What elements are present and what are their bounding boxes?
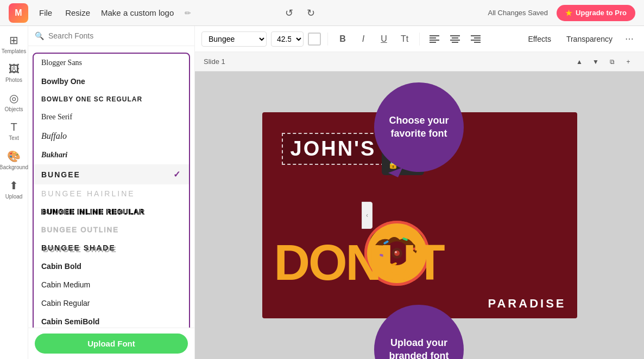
underline-button[interactable]: U: [376, 31, 392, 47]
lock-button[interactable]: 🔒: [384, 155, 402, 173]
panel-collapse-button[interactable]: ‹: [362, 202, 372, 229]
list-item[interactable]: Cabin SemiBold: [34, 312, 189, 328]
selected-checkmark: ✓: [173, 169, 181, 180]
element-action-buttons: ⧉ 🔒 🗑: [382, 133, 424, 175]
align-center-button[interactable]: [447, 31, 463, 47]
background-icon: 🎨: [7, 150, 21, 163]
johns-text-element[interactable]: JOHN'S: [282, 133, 385, 165]
canvas-area: Slide 1 ▲ ▼ ⧉ + Choose your favorite fon…: [195, 52, 644, 359]
johns-text: JOHN'S: [291, 137, 376, 160]
star-icon: ★: [565, 9, 572, 17]
text-case-button[interactable]: Tt: [396, 31, 413, 47]
slide-label: Slide 1: [204, 57, 225, 66]
svg-rect-8: [471, 35, 481, 36]
canvas-viewport: Choose your favorite font Upload your br…: [195, 72, 644, 359]
list-item[interactable]: Buffalo: [34, 126, 189, 146]
svg-rect-0: [430, 35, 439, 36]
svg-rect-5: [452, 37, 458, 39]
text-icon: T: [10, 121, 17, 133]
svg-rect-4: [450, 35, 460, 36]
sidebar-item-templates[interactable]: ⊞ Templates: [2, 30, 26, 57]
divider: [327, 33, 328, 46]
svg-rect-13: [389, 144, 397, 146]
slide-copy-button[interactable]: ⧉: [605, 55, 619, 69]
list-item[interactable]: Bukhari: [34, 146, 189, 164]
upgrade-button[interactable]: ★ Upgrade to Pro: [557, 5, 635, 21]
list-item[interactable]: Bowlby One: [34, 72, 189, 91]
layers-button[interactable]: [384, 135, 402, 153]
list-item[interactable]: BUNGEE ✓: [34, 164, 189, 184]
icon-bar: ⊞ Templates 🖼 Photos ◎ Objects T Text 🎨 …: [0, 26, 28, 359]
search-input[interactable]: [48, 31, 188, 40]
align-left-icon: [430, 35, 439, 43]
font-size-select[interactable]: 42.5: [271, 31, 304, 47]
resize-menu[interactable]: Resize: [65, 8, 90, 17]
list-item[interactable]: BOWLBY ONE SC REGULAR: [34, 91, 189, 108]
objects-icon: ◎: [9, 92, 18, 105]
sidebar-item-photos[interactable]: 🖼 Photos: [2, 60, 26, 86]
upload-icon: ⬆: [9, 179, 18, 192]
list-item[interactable]: BUNGEE INLINE REGULAR: [34, 203, 189, 221]
list-item[interactable]: Cabin Medium: [34, 275, 189, 294]
align-center-icon: [450, 35, 460, 43]
canvas-header: Slide 1 ▲ ▼ ⧉ +: [195, 52, 644, 72]
align-right-icon: [471, 35, 481, 43]
list-item[interactable]: BUNGEE SHADE: [34, 239, 189, 257]
undo-button[interactable]: ↺: [281, 5, 296, 21]
saved-status: All Changes Saved: [488, 9, 548, 17]
list-item[interactable]: Cabin Regular: [34, 294, 189, 312]
list-item[interactable]: Bree Serif: [34, 108, 189, 126]
list-item[interactable]: Cabin Bold: [34, 257, 189, 275]
effects-button[interactable]: Effects: [521, 33, 558, 46]
list-item[interactable]: BUNGEE OUTLINE: [34, 221, 189, 239]
font-panel: 🔍 Blogger Sans Bowlby One BOWLBY ONE SC …: [28, 26, 195, 359]
templates-icon: ⊞: [9, 34, 18, 47]
svg-rect-9: [474, 37, 481, 39]
align-left-button[interactable]: [426, 31, 443, 47]
topbar-center: ↺ ↻: [281, 5, 318, 21]
list-item[interactable]: Blogger Sans: [34, 54, 189, 72]
sidebar-item-background[interactable]: 🎨 Background: [2, 146, 26, 174]
slide-up-button[interactable]: ▲: [572, 55, 586, 69]
slide-add-button[interactable]: +: [621, 55, 635, 69]
align-right-button[interactable]: [468, 31, 484, 47]
svg-rect-3: [430, 42, 436, 43]
font-family-select[interactable]: Bungee: [201, 31, 267, 47]
svg-rect-6: [450, 40, 460, 41]
svg-rect-10: [471, 40, 481, 41]
italic-button[interactable]: I: [355, 31, 371, 47]
font-list-box: Blogger Sans Bowlby One BOWLBY ONE SC RE…: [33, 53, 190, 328]
main-layout: ⊞ Templates 🖼 Photos ◎ Objects T Text 🎨 …: [0, 26, 644, 359]
upload-font-button[interactable]: Upload Font: [35, 334, 188, 354]
redo-button[interactable]: ↻: [303, 5, 318, 21]
svg-rect-14: [389, 147, 397, 148]
edit-icon[interactable]: ✏: [185, 9, 191, 17]
transparency-button[interactable]: Transparency: [560, 33, 619, 46]
paradise-text-element[interactable]: PARADISE: [488, 297, 566, 311]
bold-button[interactable]: B: [334, 31, 351, 47]
color-picker[interactable]: [308, 33, 321, 46]
font-search-bar: 🔍: [28, 26, 194, 46]
sidebar-item-upload[interactable]: ⬆ Upload: [2, 176, 26, 203]
duplicate-button[interactable]: ⧉: [403, 135, 422, 153]
file-menu[interactable]: File: [39, 8, 52, 17]
svg-rect-7: [452, 42, 458, 43]
donut-text: DONUT: [274, 235, 444, 290]
sidebar-item-text[interactable]: T Text: [2, 118, 26, 144]
delete-button[interactable]: 🗑: [403, 155, 422, 173]
svg-rect-11: [474, 42, 481, 43]
app-logo[interactable]: M: [9, 3, 28, 23]
more-options-button[interactable]: ⋯: [621, 31, 637, 47]
upload-btn-container: Upload Font: [28, 328, 194, 359]
sidebar-item-objects[interactable]: ◎ Objects: [2, 88, 26, 116]
toolbar-area: Bungee 42.5 B I U Tt: [195, 26, 644, 359]
slide-down-button[interactable]: ▼: [589, 55, 603, 69]
topbar: M File Resize Make a custom logo ✏ ↺ ↻ A…: [0, 0, 644, 26]
svg-rect-2: [430, 40, 439, 41]
layers-icon: [388, 139, 398, 149]
donut-text-element[interactable]: DONUT: [274, 234, 444, 291]
canvas[interactable]: JOHN'S ⧉ 🔒 🗑: [262, 112, 577, 318]
svg-rect-1: [430, 37, 436, 39]
list-item[interactable]: BUNGEE HAIRLINE: [34, 184, 189, 203]
search-icon: 🔍: [35, 31, 44, 40]
